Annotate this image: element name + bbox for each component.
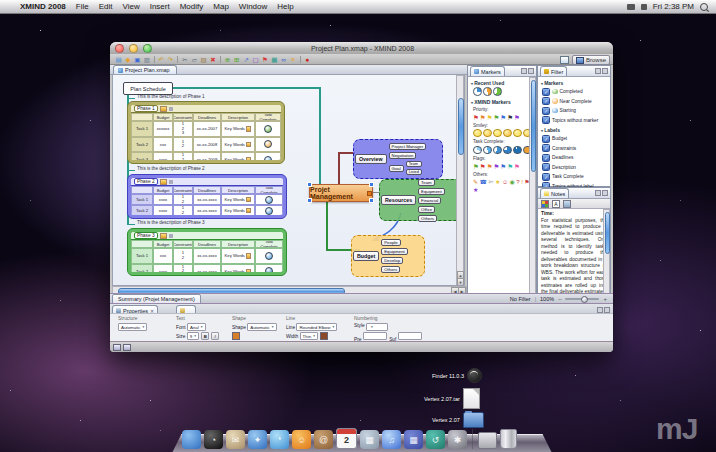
edit-icon[interactable] xyxy=(169,180,173,184)
zoom-button[interactable] xyxy=(143,44,152,53)
task-complete-cell[interactable] xyxy=(255,194,283,205)
smiley-marker-icon[interactable] xyxy=(473,129,482,138)
description-cell[interactable]: Key Words xyxy=(221,121,255,137)
flag-marker-icon[interactable]: ⚑ xyxy=(514,163,520,170)
menu-help[interactable]: Help xyxy=(277,2,293,11)
dock-time-machine-icon[interactable]: ↺ xyxy=(426,430,445,449)
central-topic[interactable]: Projet Management xyxy=(309,184,373,202)
misc-marker-icon[interactable]: ◉ xyxy=(510,179,515,186)
selection-handle[interactable] xyxy=(307,182,312,187)
flag-marker-icon[interactable]: ⚑ xyxy=(480,114,486,121)
subtopic[interactable]: Equipment xyxy=(381,248,408,255)
menu-edit[interactable]: Edit xyxy=(99,2,113,11)
cut-icon[interactable]: ✂ xyxy=(181,56,188,63)
flag-marker-icon[interactable]: ⚑ xyxy=(487,163,493,170)
folder-icon[interactable] xyxy=(160,179,167,185)
zoom-in-button[interactable]: + xyxy=(603,296,607,302)
archive-file-icon[interactable] xyxy=(463,388,480,409)
line-style-select[interactable]: Rounded Elbow▾ xyxy=(296,323,337,331)
constraints-cell[interactable]: 1 2 3 xyxy=(173,121,193,137)
pie-marker-icon[interactable] xyxy=(473,87,482,96)
canvas-vscrollbar[interactable]: ▲ ▼ xyxy=(456,75,464,286)
maximize-view-button[interactable] xyxy=(528,68,534,74)
misc-marker-icon[interactable]: ✄ xyxy=(489,179,494,186)
minimize-view-button[interactable] xyxy=(595,68,601,74)
description-cell[interactable]: Key Words xyxy=(221,152,255,160)
close-button[interactable] xyxy=(115,44,124,53)
desktop-item-app[interactable]: Finder 11.0.3 xyxy=(432,368,482,383)
dock-trash-icon[interactable] xyxy=(500,429,517,449)
subtopic[interactable]: Develop xyxy=(381,257,403,264)
subtopic[interactable]: Listed xyxy=(406,169,422,175)
budget-cell[interactable]: xxxx xyxy=(153,264,173,273)
undo-icon[interactable]: ↶ xyxy=(158,56,165,63)
menu-modify[interactable]: Modify xyxy=(180,2,204,11)
text-style-icon[interactable]: A xyxy=(552,200,560,208)
misc-marker-icon[interactable]: ★ xyxy=(473,187,478,194)
constraints-cell[interactable]: 1 2 xyxy=(173,248,193,264)
edit-icon[interactable] xyxy=(169,234,173,238)
deadline-cell[interactable]: xx-xx-xxxx xyxy=(193,248,221,264)
misc-marker-icon[interactable]: ★ xyxy=(495,179,500,186)
filter-checkbox[interactable]: ✓ xyxy=(542,144,550,152)
task-label[interactable]: Task 2 xyxy=(131,205,153,215)
misc-marker-icon[interactable]: ☎ xyxy=(480,179,487,186)
smiley-marker-icon[interactable] xyxy=(483,129,492,138)
font-select[interactable]: Arial▾ xyxy=(187,323,206,331)
subtopic[interactable]: Others xyxy=(381,266,400,273)
budget-group[interactable]: Budget PeopleEquipmentDevelopOthers xyxy=(351,235,425,277)
filter-checkbox[interactable]: ✓ xyxy=(542,97,550,105)
fast-view-icon[interactable] xyxy=(113,344,121,351)
notes-tab[interactable]: Notes xyxy=(540,188,569,198)
menu-map[interactable]: Map xyxy=(213,2,229,11)
misc-marker-icon[interactable]: ☺ xyxy=(502,179,508,186)
shape-select[interactable]: Automatic▾ xyxy=(247,323,276,331)
misc-marker-icon[interactable]: ? xyxy=(516,179,519,186)
phase3-table[interactable]: Phase 3BudgetConstraintsDeadlinesDescrip… xyxy=(127,228,287,276)
marker-icon[interactable]: ⚑ xyxy=(261,56,268,63)
task-label[interactable]: Task 3 xyxy=(131,152,153,160)
save-icon[interactable]: ▣ xyxy=(134,56,141,63)
insert-subtopic-icon[interactable]: ⊞ xyxy=(233,56,240,63)
scroll-down-button[interactable]: ▼ xyxy=(457,278,464,286)
suffix-input[interactable] xyxy=(398,332,422,340)
filter-checkbox[interactable]: ✓ xyxy=(542,107,550,115)
notes-scroll-thumb[interactable] xyxy=(605,212,611,254)
task-label[interactable]: Task 1 xyxy=(131,248,153,264)
misc-marker-icon[interactable]: ! xyxy=(521,179,523,186)
spotlight-icon[interactable] xyxy=(700,3,708,11)
dock-finder-icon[interactable] xyxy=(182,430,201,449)
phase-title[interactable]: Phase 1 xyxy=(134,105,158,112)
subtopic[interactable]: Project Manager xyxy=(389,143,427,150)
subtopic[interactable]: Financial xyxy=(418,197,441,204)
deadline-cell[interactable]: xx-xx-2008 xyxy=(193,137,221,153)
dock-front-row-icon[interactable]: ▦ xyxy=(404,430,423,449)
dock-mail-icon[interactable]: ✉ xyxy=(226,430,245,449)
resources-group[interactable]: Resources TeamEquipmentFinancialOfficeOt… xyxy=(379,179,463,221)
smiley-marker-icon[interactable] xyxy=(503,129,512,138)
budget-cell[interactable]: xxx xyxy=(153,248,173,264)
menu-window[interactable]: Window xyxy=(239,2,267,11)
misc-marker-icon[interactable]: ✎ xyxy=(473,179,478,186)
phase2-table[interactable]: Phase 2BudgetConstraintsDeadlinesDescrip… xyxy=(127,174,287,219)
boundary-icon[interactable]: ▢ xyxy=(252,56,259,63)
dock-address-book-icon[interactable]: @ xyxy=(314,430,333,449)
flag-marker-icon[interactable]: ⚑ xyxy=(473,163,479,170)
markers-tab[interactable]: Markers xyxy=(470,66,505,76)
filter-status[interactable]: No Filter xyxy=(510,296,531,302)
phase1-description[interactable]: This is the description of Phase 1 xyxy=(137,94,205,99)
menu-view[interactable]: View xyxy=(122,2,139,11)
perspective-pane-icon[interactable] xyxy=(560,56,569,64)
constraints-cell[interactable]: 1 2 xyxy=(173,194,193,205)
bold-button[interactable]: B xyxy=(201,332,209,340)
overview-group[interactable]: Overview Project Manager Negotiation Goa… xyxy=(353,139,443,179)
flag-marker-icon[interactable]: ⚑ xyxy=(507,163,513,170)
dock-ichat-icon[interactable]: ❛ xyxy=(270,430,289,449)
hyperlink-icon[interactable]: ∞ xyxy=(280,56,287,63)
phase1-table[interactable]: Phase 1BudgetConstraintsDeadlinesDescrip… xyxy=(127,101,285,164)
maximize-view-button[interactable] xyxy=(602,68,608,74)
filter-checkbox[interactable]: ✓ xyxy=(542,163,550,171)
flag-marker-icon[interactable]: ⚑ xyxy=(473,114,479,121)
folder-icon[interactable] xyxy=(160,106,167,112)
italic-button[interactable]: I xyxy=(211,332,219,340)
